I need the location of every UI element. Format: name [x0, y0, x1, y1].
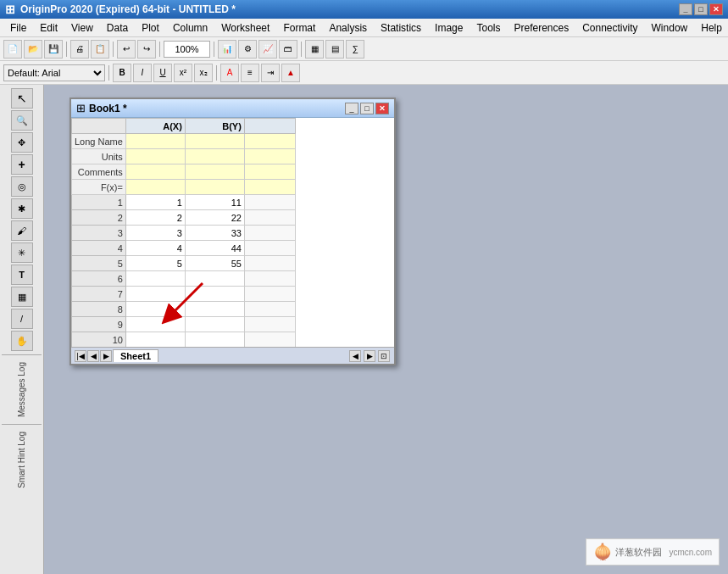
subscript-button[interactable]: x₂	[194, 64, 213, 82]
row-8-b[interactable]	[185, 302, 244, 317]
row-9-a[interactable]	[125, 317, 185, 332]
line-tool[interactable]: /	[11, 309, 33, 329]
menu-item-format[interactable]: Format	[276, 20, 322, 36]
sheet-minimize-button[interactable]: _	[345, 103, 358, 114]
fill-button[interactable]: ▲	[281, 64, 300, 82]
copy-button[interactable]: 📋	[91, 40, 109, 59]
row-3-b[interactable]: 33	[185, 226, 244, 241]
undo-button[interactable]: ↩	[117, 40, 136, 59]
bold-button[interactable]: B	[113, 64, 131, 82]
row-2-b[interactable]: 22	[185, 210, 244, 226]
row-5-a[interactable]: 5	[125, 256, 185, 271]
menu-item-file[interactable]: File	[3, 20, 33, 36]
long-name-b[interactable]	[185, 134, 244, 149]
row-10-c[interactable]	[244, 332, 295, 348]
comments-a[interactable]	[125, 164, 185, 180]
tab-nav-next[interactable]: ▶	[100, 350, 112, 362]
long-name-a[interactable]	[125, 134, 185, 149]
tab-scroll-right-btn[interactable]: ▶	[364, 350, 375, 362]
row-6-c[interactable]	[244, 271, 295, 287]
menu-item-window[interactable]: Window	[645, 20, 695, 36]
row-10-a[interactable]	[125, 332, 185, 348]
superscript-button[interactable]: x²	[174, 64, 192, 82]
graph-button[interactable]: 📈	[258, 40, 277, 59]
row-3-a[interactable]: 3	[125, 226, 185, 241]
row-4-c[interactable]	[244, 241, 295, 256]
tool3[interactable]: ∑	[346, 40, 364, 59]
fx-c[interactable]	[244, 180, 295, 195]
add-tool[interactable]: +	[11, 154, 33, 175]
menu-item-data[interactable]: Data	[100, 20, 135, 36]
hand-tool[interactable]: ✋	[11, 331, 33, 351]
chart-button[interactable]: 📊	[218, 40, 236, 59]
font-color-button[interactable]: A	[220, 64, 239, 82]
menu-item-analysis[interactable]: Analysis	[322, 20, 374, 36]
row-4-a[interactable]: 4	[125, 241, 185, 256]
close-button[interactable]: ✕	[709, 3, 723, 15]
row-3-c[interactable]	[244, 226, 295, 241]
tool1[interactable]: ▦	[305, 40, 324, 59]
text-tool[interactable]: T	[11, 265, 33, 285]
zoom-input[interactable]	[164, 41, 210, 58]
indent-button[interactable]: ⇥	[261, 64, 280, 82]
comments-b[interactable]	[185, 164, 244, 180]
row-6-b[interactable]	[185, 271, 244, 287]
pan-tool[interactable]: ✥	[11, 132, 33, 153]
menu-item-help[interactable]: Help	[694, 20, 728, 36]
paint-tool[interactable]: 🖌	[11, 220, 33, 241]
row-1-a[interactable]: 1	[125, 195, 185, 210]
units-a[interactable]	[125, 149, 185, 164]
settings-button[interactable]: ⚙	[238, 40, 257, 59]
new-button[interactable]: 📄	[3, 40, 22, 59]
menu-item-connectivity[interactable]: Connectivity	[575, 20, 644, 36]
save-button[interactable]: 💾	[44, 40, 63, 59]
star-tool[interactable]: ✱	[11, 198, 33, 219]
row-2-c[interactable]	[244, 210, 295, 226]
col-a-header[interactable]: A(X)	[125, 119, 185, 134]
print-button[interactable]: 🖨	[70, 40, 89, 59]
menu-item-preferences[interactable]: Preferences	[507, 20, 575, 36]
row-7-b[interactable]	[185, 287, 244, 302]
redo-button[interactable]: ↪	[137, 40, 156, 59]
row-2-a[interactable]: 2	[125, 210, 185, 226]
grid-tool[interactable]: ▦	[11, 287, 33, 307]
row-5-b[interactable]: 55	[185, 256, 244, 271]
col-b-header[interactable]: B(Y)	[185, 119, 244, 134]
maximize-button[interactable]: □	[694, 3, 708, 15]
tab-nav-prev[interactable]: ◀	[87, 350, 99, 362]
menu-item-column[interactable]: Column	[166, 20, 214, 36]
star2-tool[interactable]: ✳	[11, 242, 33, 263]
draw-tool[interactable]: ◎	[11, 176, 33, 197]
units-c[interactable]	[244, 149, 295, 164]
row-7-a[interactable]	[125, 287, 185, 302]
menu-item-image[interactable]: Image	[428, 20, 470, 36]
menu-item-view[interactable]: View	[64, 20, 100, 36]
zoom-tool[interactable]: 🔍	[11, 110, 33, 131]
row-1-c[interactable]	[244, 195, 295, 210]
italic-button[interactable]: I	[133, 64, 152, 82]
sheet-maximize-button[interactable]: □	[360, 103, 374, 114]
cursor-tool[interactable]: ↖	[11, 88, 33, 109]
menu-item-plot[interactable]: Plot	[135, 20, 166, 36]
grid-scroll[interactable]: A(X) B(Y) Long Name	[71, 118, 394, 347]
align-button[interactable]: ≡	[241, 64, 259, 82]
row-4-b[interactable]: 44	[185, 241, 244, 256]
row-10-b[interactable]	[185, 332, 244, 348]
menu-item-edit[interactable]: Edit	[33, 20, 64, 36]
fx-b[interactable]	[185, 180, 244, 195]
col-c-header[interactable]	[244, 119, 295, 134]
sheet-close-button[interactable]: ✕	[375, 103, 389, 114]
menu-item-worksheet[interactable]: Worksheet	[214, 20, 276, 36]
menu-item-tools[interactable]: Tools	[470, 20, 507, 36]
sheet-title-bar[interactable]: ⊞ Book1 * _ □ ✕	[71, 99, 394, 118]
long-name-c[interactable]	[244, 134, 295, 149]
menu-item-statistics[interactable]: Statistics	[374, 20, 428, 36]
row-6-a[interactable]	[125, 271, 185, 287]
row-1-b[interactable]: 11	[185, 195, 244, 210]
fx-a[interactable]	[125, 180, 185, 195]
sheet1-tab[interactable]: Sheet1	[113, 349, 158, 362]
font-family-select[interactable]: Default: Arial	[3, 64, 105, 81]
row-7-c[interactable]	[244, 287, 295, 302]
comments-c[interactable]	[244, 164, 295, 180]
underline-button[interactable]: U	[153, 64, 172, 82]
